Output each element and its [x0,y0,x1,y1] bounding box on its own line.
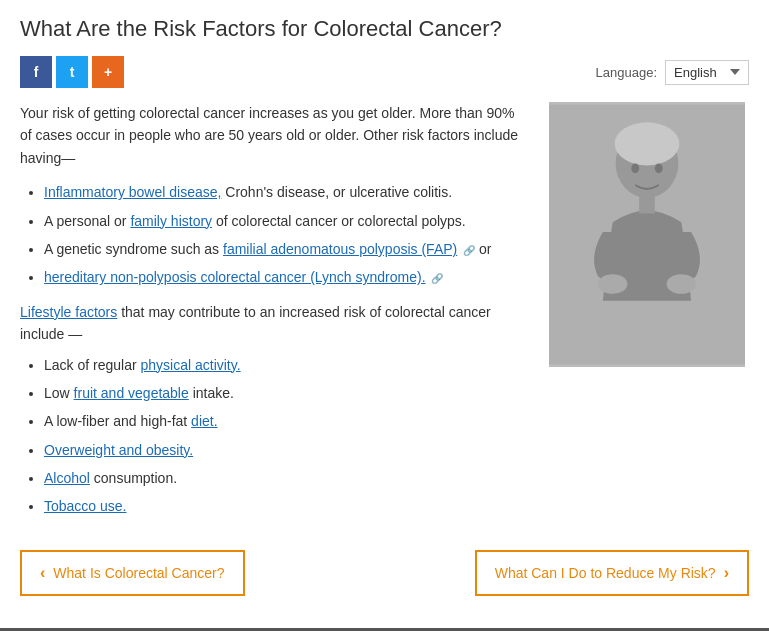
svg-point-7 [655,163,663,173]
lifestyle-intro: Lifestyle factors that may contribute to… [20,301,529,346]
svg-point-2 [615,122,680,165]
list-item: Inflammatory bowel disease, Crohn's dise… [44,181,529,203]
external-icon-fap: 🔗 [463,245,475,256]
lifestyle-list: Lack of regular physical activity. Low f… [20,354,529,518]
fiber-text: A low-fiber and high-fat [44,413,191,429]
overweight-link[interactable]: Overweight and obesity. [44,442,193,458]
activity-text: Lack of regular [44,357,141,373]
consumption-text: consumption. [94,470,177,486]
or-text: or [479,241,491,257]
list-item: hereditary non-polyposis colorectal canc… [44,266,529,288]
list-item: A low-fiber and high-fat diet. [44,410,529,432]
personal-text2: of colorectal cancer or colorectal polyp… [216,213,466,229]
prev-arrow-icon: ‹ [40,564,45,582]
facebook-icon: f [34,64,39,80]
language-dropdown[interactable]: English Español 中文 Français [665,60,749,85]
prev-nav-label: What Is Colorectal Cancer? [53,565,224,581]
list-item: Alcohol consumption. [44,467,529,489]
svg-rect-3 [639,196,655,214]
svg-point-6 [631,163,639,173]
genetic-text: A genetic syndrome such as [44,241,223,257]
language-selector: Language: English Español 中文 Français [596,60,749,85]
tobacco-link[interactable]: Tobacco use. [44,498,127,514]
intake-text: intake. [193,385,234,401]
diet-link[interactable]: diet. [191,413,217,429]
twitter-icon: t [70,64,75,80]
sidebar-image [549,102,749,530]
list-item: Low fruit and vegetable intake. [44,382,529,404]
intro-paragraph: Your risk of getting colorectal cancer i… [20,102,529,169]
external-icon-lynch: 🔗 [431,273,443,284]
svg-point-4 [598,274,627,294]
svg-point-5 [667,274,696,294]
lifestyle-section: Lifestyle factors that may contribute to… [20,301,529,518]
list-item: A genetic syndrome such as familial aden… [44,238,529,260]
lifestyle-factors-link[interactable]: Lifestyle factors [20,304,117,320]
list-item: Tobacco use. [44,495,529,517]
language-label: Language: [596,65,657,80]
list-item: A personal or family history of colorect… [44,210,529,232]
risk-factors-list: Inflammatory bowel disease, Crohn's dise… [20,181,529,289]
navigation-buttons: ‹ What Is Colorectal Cancer? What Can I … [20,550,749,596]
list-item: Overweight and obesity. [44,439,529,461]
lynch-syndrome-link[interactable]: hereditary non-polyposis colorectal canc… [44,269,426,285]
next-nav-button[interactable]: What Can I Do to Reduce My Risk? › [475,550,749,596]
facebook-button[interactable]: f [20,56,52,88]
ibd-text: Crohn's disease, or ulcerative colitis. [225,184,452,200]
social-buttons: f t + [20,56,124,88]
main-content: Your risk of getting colorectal cancer i… [20,102,529,530]
prev-nav-button[interactable]: ‹ What Is Colorectal Cancer? [20,550,245,596]
page-title: What Are the Risk Factors for Colorectal… [20,16,749,42]
next-nav-label: What Can I Do to Reduce My Risk? [495,565,716,581]
low-text: Low [44,385,74,401]
twitter-button[interactable]: t [56,56,88,88]
physical-activity-link[interactable]: physical activity. [141,357,241,373]
alcohol-link[interactable]: Alcohol [44,470,90,486]
list-item: Lack of regular physical activity. [44,354,529,376]
addthis-icon: + [104,64,112,80]
personal-text: A personal or [44,213,130,229]
fap-link[interactable]: familial adenomatous polyposis (FAP) [223,241,457,257]
family-history-link[interactable]: family history [130,213,212,229]
next-arrow-icon: › [724,564,729,582]
elderly-woman-image [549,102,745,367]
addthis-button[interactable]: + [92,56,124,88]
ibd-link[interactable]: Inflammatory bowel disease, [44,184,221,200]
fruit-vegetable-link[interactable]: fruit and vegetable [74,385,189,401]
